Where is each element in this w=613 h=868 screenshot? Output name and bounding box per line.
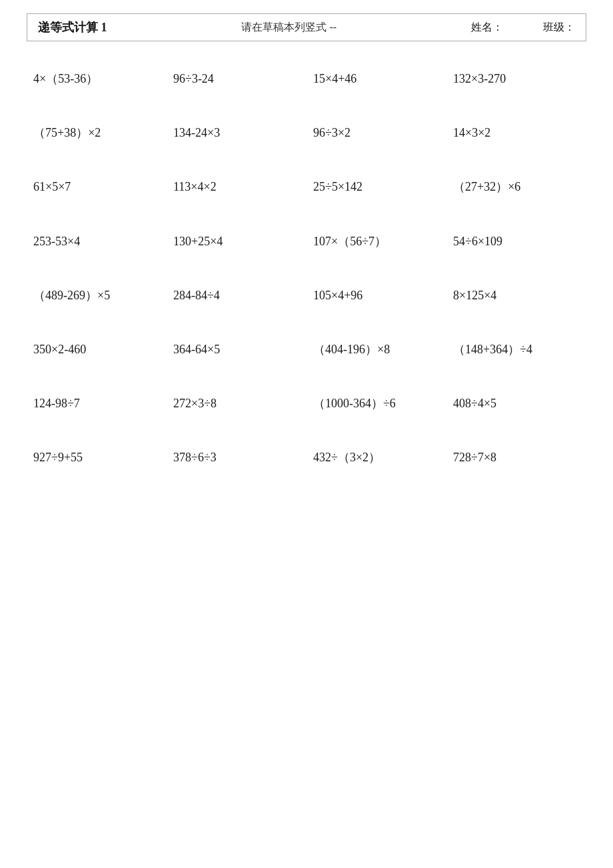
header: 递等式计算 1 请在草稿本列竖式 -- 姓名： 班级： (27, 13, 586, 41)
problem-cell: （489-269）×5 (27, 269, 167, 323)
problem-cell: 107×（56÷7） (306, 215, 446, 269)
header-instruction: 请在草稿本列竖式 -- (241, 21, 336, 35)
problem-cell: 927÷9+55 (27, 431, 167, 485)
problem-cell: 284-84÷4 (167, 269, 306, 323)
problem-cell: 54÷6×109 (446, 215, 586, 269)
problem-cell: 105×4+96 (306, 269, 446, 323)
problem-cell: 364-64×5 (167, 323, 306, 377)
problem-cell: 15×4+46 (306, 52, 446, 106)
problem-cell: 96÷3-24 (167, 52, 306, 106)
header-fields: 姓名： 班级： (471, 21, 575, 35)
problem-cell: 350×2-460 (27, 323, 167, 377)
problem-cell: 272×3÷8 (167, 377, 306, 431)
problem-cell: 14×3×2 (446, 106, 586, 160)
problem-cell: 61×5×7 (27, 160, 167, 214)
problem-cell: 378÷6÷3 (167, 431, 306, 485)
problem-cell: 124-98÷7 (27, 377, 167, 431)
class-label: 班级： (543, 21, 575, 35)
problem-cell: 728÷7×8 (446, 431, 586, 485)
problem-cell: 253-53×4 (27, 215, 167, 269)
problem-cell: 134-24×3 (167, 106, 306, 160)
problem-cell: 8×125×4 (446, 269, 586, 323)
problem-cell: （404-196）×8 (306, 323, 446, 377)
problem-cell: （1000-364）÷6 (306, 377, 446, 431)
problem-cell: 432÷（3×2） (306, 431, 446, 485)
problem-cell: 408÷4×5 (446, 377, 586, 431)
problem-cell: （148+364）÷4 (446, 323, 586, 377)
problem-cell: 4×（53-36） (27, 52, 167, 106)
problem-cell: 96÷3×2 (306, 106, 446, 160)
header-title: 递等式计算 1 (38, 19, 107, 35)
problem-cell: 113×4×2 (167, 160, 306, 214)
problem-cell: 132×3-270 (446, 52, 586, 106)
name-label: 姓名： (471, 21, 503, 35)
problem-cell: 25÷5×142 (306, 160, 446, 214)
problem-cell: （27+32）×6 (446, 160, 586, 214)
problems-grid: 4×（53-36）96÷3-2415×4+46132×3-270（75+38）×… (27, 52, 586, 485)
problem-cell: 130+25×4 (167, 215, 306, 269)
problem-cell: （75+38）×2 (27, 106, 167, 160)
